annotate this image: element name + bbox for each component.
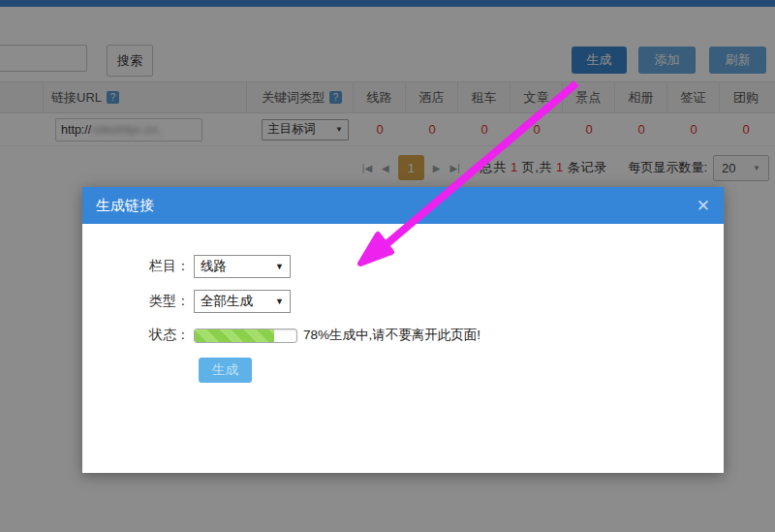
type-select[interactable]: 全部生成 ▼ (194, 290, 291, 313)
generate-link-dialog: 生成链接 ✕ 栏目： 线路 ▼ 类型： 全部生成 ▼ 状态： 78%生成中,请不… (82, 187, 724, 473)
column-select-value: 线路 (201, 258, 227, 275)
type-field-label: 类型： (82, 293, 194, 310)
chevron-down-icon: ▼ (275, 262, 284, 271)
status-label: 状态： (82, 327, 194, 344)
dialog-header: 生成链接 ✕ (82, 187, 724, 224)
dialog-generate-button[interactable]: 生成 (199, 358, 252, 383)
status-text: 78%生成中,请不要离开此页面! (303, 327, 480, 344)
type-field-row: 类型： 全部生成 ▼ (82, 290, 291, 313)
progress-fill (195, 329, 274, 342)
status-row: 状态： 78%生成中,请不要离开此页面! (82, 327, 480, 344)
screen: 搜索 生成 添加 刷新 链接URL ? 关键词类型 ? 线路 酒店 租车 文章 … (0, 0, 775, 532)
progress-bar (194, 329, 297, 343)
column-field-label: 栏目： (82, 258, 194, 275)
dialog-title: 生成链接 (96, 197, 154, 215)
chevron-down-icon: ▼ (275, 297, 284, 306)
type-select-value: 全部生成 (201, 293, 253, 310)
column-select[interactable]: 线路 ▼ (194, 255, 291, 278)
column-field-row: 栏目： 线路 ▼ (82, 255, 291, 278)
close-icon[interactable]: ✕ (697, 198, 710, 214)
